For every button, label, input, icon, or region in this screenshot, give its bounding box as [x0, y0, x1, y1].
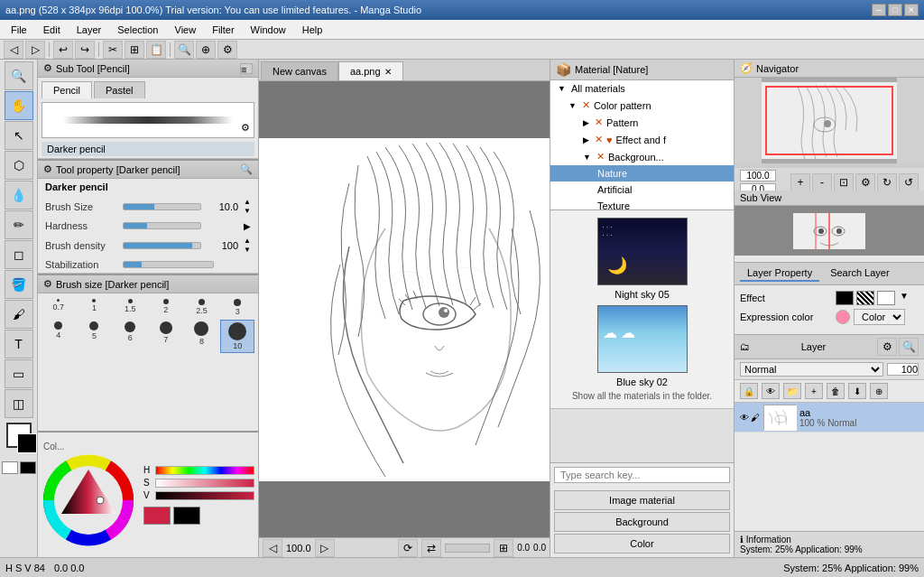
tool-lasso[interactable]: ⬡ — [5, 151, 33, 180]
toolbar-zoom-in[interactable]: 🔍 — [174, 41, 194, 59]
tree-background[interactable]: ▼ ✕ Backgroun... — [550, 148, 734, 165]
toolbar-btn-1[interactable]: ◁ — [4, 41, 23, 59]
foreground-black-swatch[interactable] — [20, 461, 36, 474]
brush-density-slider[interactable] — [123, 242, 201, 249]
layer-property-tab[interactable]: Layer Property — [740, 265, 819, 282]
menu-window[interactable]: Window — [244, 23, 293, 37]
layer-lock-icon[interactable]: 🖌 — [751, 413, 760, 423]
close-button[interactable]: ✕ — [904, 4, 919, 16]
eye-layer-btn[interactable]: 👁 — [762, 383, 780, 399]
sub-color-swatch[interactable] — [173, 507, 200, 525]
menu-edit[interactable]: Edit — [36, 23, 68, 37]
toolbar-undo[interactable]: ↩ — [53, 41, 73, 59]
image-material-btn[interactable]: Image material — [554, 490, 730, 510]
color-btn[interactable]: Color — [554, 534, 730, 554]
menu-help[interactable]: Help — [295, 23, 330, 37]
brush-10[interactable]: 10 — [220, 320, 254, 353]
foreground-white-swatch[interactable] — [2, 461, 18, 474]
tool-fill[interactable]: 🪣 — [5, 270, 33, 299]
nav-rotate-cw[interactable]: ↻ — [877, 173, 897, 191]
brush-size-slider[interactable] — [123, 203, 201, 210]
menu-file[interactable]: File — [4, 23, 34, 37]
brush-0.7[interactable]: 0.7 — [42, 297, 76, 318]
canvas-prev-page[interactable]: ◁ — [263, 539, 282, 557]
layer-item-aa[interactable]: 👁 🖌 aa 100 — [735, 403, 924, 433]
background-btn[interactable]: Background — [554, 512, 730, 532]
layer-eye-icon[interactable]: 👁 — [740, 413, 749, 423]
opacity-input[interactable] — [887, 363, 919, 376]
color-wheel-wrapper[interactable] — [42, 453, 136, 548]
lock-layer-btn[interactable]: 🔒 — [740, 383, 758, 399]
menu-filter[interactable]: Filter — [205, 23, 241, 37]
flip-btn[interactable]: ⇄ — [421, 539, 441, 557]
main-color-swatch[interactable] — [143, 507, 171, 525]
brush-2.5[interactable]: 2.5 — [185, 297, 219, 318]
tab-pencil[interactable]: Pencil — [42, 81, 92, 98]
menu-layer[interactable]: Layer — [69, 23, 109, 37]
tool-zoom[interactable]: 🔍 — [5, 61, 33, 90]
toolbar-btn-2[interactable]: ▷ — [25, 41, 45, 59]
tool-select[interactable]: ↖ — [5, 121, 33, 150]
folder-layer-btn[interactable]: 📁 — [783, 383, 801, 399]
tree-pattern[interactable]: ▶ ✕ Pattern — [550, 114, 734, 131]
tool-shape[interactable]: ▭ — [5, 359, 33, 388]
effect-dropdown[interactable]: ▼ — [900, 291, 909, 305]
minimize-button[interactable]: ─ — [872, 4, 886, 16]
brush-1[interactable]: 1 — [78, 297, 112, 318]
brush-4[interactable]: 4 — [42, 320, 76, 353]
menu-selection[interactable]: Selection — [110, 23, 165, 37]
tab-close-aa[interactable]: ✕ — [384, 67, 392, 77]
canvas-container[interactable] — [259, 81, 550, 537]
tool-pencil[interactable]: ✏ — [5, 210, 33, 239]
brush-size-down[interactable]: ▼ — [244, 207, 251, 215]
brush-settings-icon[interactable]: ⚙ — [241, 122, 250, 134]
delete-layer-btn[interactable]: 🗑 — [827, 383, 845, 399]
tree-all-materials[interactable]: ▼ All materials — [550, 80, 734, 97]
brush-2[interactable]: 2 — [149, 297, 183, 318]
duplicate-layer-btn[interactable]: ⊕ — [870, 383, 888, 399]
brush-5[interactable]: 5 — [78, 320, 112, 353]
maximize-button[interactable]: □ — [888, 4, 902, 16]
search-tool-icon[interactable]: 🔍 — [240, 163, 253, 175]
tree-texture[interactable]: Texture — [550, 198, 734, 209]
brush-8[interactable]: 8 — [185, 320, 219, 353]
tool-pan[interactable]: ✋ — [5, 91, 33, 120]
hardness-expand[interactable]: ▶ — [244, 221, 251, 231]
tool-brush[interactable]: 🖌 — [5, 300, 33, 329]
tab-pastel[interactable]: Pastel — [94, 81, 145, 98]
brush-size-up[interactable]: ▲ — [244, 198, 251, 206]
blend-mode-select[interactable]: Normal — [740, 362, 883, 377]
density-down[interactable]: ▼ — [244, 246, 251, 254]
layer-search[interactable]: 🔍 — [899, 338, 919, 356]
toolbar-copy[interactable]: ⊞ — [125, 41, 144, 59]
color-foreground-swatch[interactable] — [6, 423, 32, 448]
effect-black-swatch[interactable] — [836, 291, 854, 305]
val-slider[interactable] — [155, 491, 254, 500]
tool-text[interactable]: T — [5, 330, 33, 358]
toolbar-paste[interactable]: 📋 — [146, 41, 166, 59]
tab-aa-png[interactable]: aa.png ✕ — [338, 61, 403, 80]
tree-nature[interactable]: Nature — [550, 165, 734, 181]
tool-gradient[interactable]: ◫ — [5, 389, 33, 418]
tree-color-pattern[interactable]: ▼ ✕ Color pattern — [550, 97, 734, 114]
toolbar-settings[interactable]: ⚙ — [217, 41, 237, 59]
brush-6[interactable]: 6 — [113, 320, 147, 353]
new-layer-btn[interactable]: + — [805, 383, 823, 399]
canvas-next-page[interactable]: ▷ — [315, 539, 335, 557]
nav-zoom-input[interactable] — [740, 170, 776, 181]
nav-settings[interactable]: ⚙ — [855, 173, 875, 191]
canvas[interactable] — [259, 138, 550, 481]
hardness-slider[interactable] — [123, 222, 201, 229]
search-layer-tab[interactable]: Search Layer — [823, 265, 896, 282]
material-search-input[interactable] — [554, 467, 730, 483]
nav-zoom-in[interactable]: + — [790, 173, 810, 191]
effect-white-swatch[interactable] — [877, 291, 895, 305]
zoom-slider[interactable] — [445, 544, 490, 553]
color-select-dropdown[interactable]: Color — [854, 309, 905, 325]
tab-new-canvas[interactable]: New canvas — [261, 61, 338, 80]
sat-slider[interactable] — [155, 479, 254, 488]
nav-zoom-out[interactable]: - — [812, 173, 832, 191]
hue-slider[interactable] — [155, 466, 254, 475]
brush-1.5[interactable]: 1.5 — [113, 297, 147, 318]
tree-effect[interactable]: ▶ ✕ ♥ Effect and f — [550, 131, 734, 148]
